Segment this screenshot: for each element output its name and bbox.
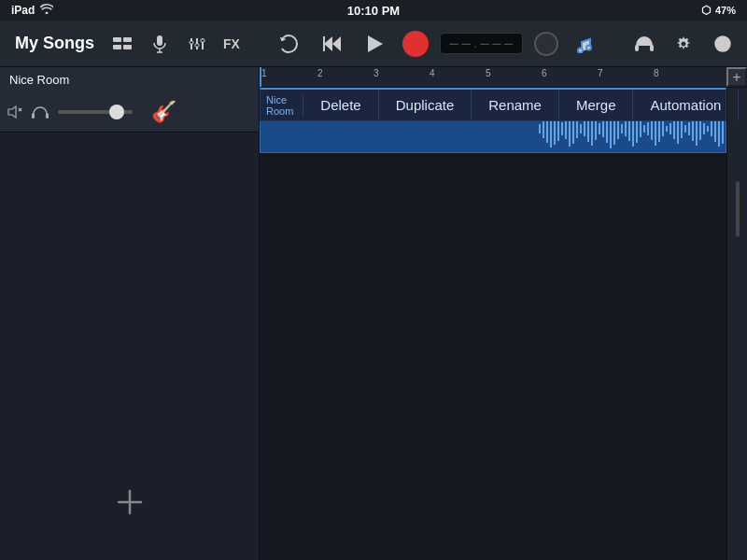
svg-rect-64	[662, 121, 664, 136]
volume-slider-container	[58, 110, 133, 114]
svg-rect-53	[621, 124, 623, 133]
svg-rect-16	[323, 36, 325, 51]
track-row: Nice Room	[0, 67, 259, 133]
scrollbar-handle[interactable]	[736, 181, 740, 237]
svg-text:?: ?	[720, 39, 726, 50]
region-label-in-menu: Nice Room	[261, 94, 303, 117]
wifi-icon	[40, 4, 53, 17]
svg-point-19	[586, 45, 591, 49]
svg-rect-75	[703, 123, 705, 134]
svg-marker-24	[8, 106, 16, 118]
context-menu-automation[interactable]: Automation	[633, 90, 739, 120]
mixer-button[interactable]	[182, 29, 212, 59]
svg-marker-17	[368, 35, 383, 52]
svg-rect-21	[650, 45, 654, 51]
record-indicator	[402, 31, 429, 57]
svg-rect-66	[669, 123, 671, 134]
status-right: ⬡ 47%	[701, 4, 736, 17]
volume-knob[interactable]	[109, 105, 124, 119]
add-track-button[interactable]	[109, 482, 150, 523]
mic-button[interactable]	[145, 29, 175, 59]
context-menu-merge[interactable]: Merge	[559, 90, 634, 120]
svg-rect-67	[673, 119, 675, 139]
toolbar-left: My Songs	[9, 29, 244, 59]
svg-rect-70	[684, 125, 686, 133]
ruler: 1 2 3 4 5 6 7	[260, 67, 747, 88]
lcd-display: ─ ─ . ─ ─ ─	[440, 33, 524, 54]
svg-rect-69	[681, 119, 683, 138]
svg-marker-15	[332, 36, 341, 51]
svg-rect-52	[617, 119, 619, 139]
svg-rect-47	[599, 123, 600, 134]
sidebar: Nice Room	[0, 67, 260, 560]
svg-rect-28	[46, 113, 49, 119]
svg-rect-42	[580, 124, 582, 133]
svg-rect-41	[576, 119, 578, 138]
toolbar: My Songs	[0, 21, 747, 67]
svg-rect-10	[190, 41, 193, 44]
headphones-button[interactable]	[629, 29, 659, 59]
svg-rect-1	[123, 37, 132, 42]
my-songs-button[interactable]: My Songs	[9, 30, 100, 57]
track-name: Nice Room	[9, 73, 69, 87]
sidebar-empty	[0, 133, 259, 560]
context-menu-delete[interactable]: Delete	[303, 90, 378, 120]
track-view-button[interactable]	[107, 29, 137, 59]
svg-rect-43	[584, 121, 585, 136]
volume-slider[interactable]	[58, 110, 133, 114]
main-area: Nice Room	[0, 67, 747, 560]
tempo-button[interactable]	[570, 29, 599, 59]
master-knob[interactable]	[534, 32, 558, 56]
ruler-inner: 1 2 3 4 5 6 7	[260, 67, 747, 87]
settings-button[interactable]	[669, 29, 698, 59]
svg-rect-76	[707, 126, 709, 132]
status-time: 10:10 PM	[347, 4, 400, 18]
svg-rect-77	[711, 121, 712, 136]
svg-rect-4	[157, 35, 162, 46]
fx-label: FX	[223, 36, 240, 51]
context-menu-show-in-grid[interactable]: Show in Grid	[739, 90, 747, 120]
bluetooth-icon: ⬡	[701, 4, 711, 17]
svg-rect-2	[113, 45, 121, 49]
instrument-icon: 🎸	[151, 100, 176, 124]
record-button[interactable]	[402, 31, 429, 57]
vertical-scrollbar[interactable]	[726, 88, 747, 560]
undo-button[interactable]	[274, 28, 305, 60]
svg-rect-20	[635, 45, 639, 51]
svg-rect-60	[647, 122, 649, 135]
play-button[interactable]	[359, 28, 391, 60]
svg-rect-38	[565, 119, 567, 139]
svg-point-18	[578, 48, 583, 52]
context-menu: Nice Room Delete Duplicate Rename Merge …	[260, 88, 726, 121]
svg-rect-11	[195, 44, 199, 47]
toolbar-right: ?	[629, 29, 738, 59]
svg-rect-48	[602, 120, 604, 137]
fx-button[interactable]: FX	[219, 29, 244, 59]
toolbar-center: ─ ─ . ─ ─ ─	[249, 28, 624, 60]
context-menu-duplicate[interactable]: Duplicate	[379, 90, 472, 120]
add-region-button[interactable]: +	[726, 67, 747, 87]
svg-marker-14	[324, 36, 332, 51]
status-bar: iPad 10:10 PM ⬡ 47%	[0, 0, 747, 21]
playhead-marker	[260, 67, 261, 87]
svg-rect-54	[625, 121, 627, 136]
track-area[interactable]: Nice Room Delete Duplicate Rename Merge …	[260, 88, 747, 560]
mute-button[interactable]	[7, 105, 22, 119]
solo-button[interactable]	[32, 105, 49, 119]
svg-rect-59	[643, 125, 645, 133]
svg-rect-27	[32, 113, 35, 119]
ruler-ticks	[260, 80, 726, 86]
svg-rect-12	[201, 39, 204, 42]
arrange-area: 1 2 3 4 5 6 7	[260, 67, 747, 560]
context-menu-rename[interactable]: Rename	[472, 90, 559, 120]
status-left: iPad	[11, 4, 53, 17]
svg-rect-65	[666, 126, 668, 132]
svg-rect-37	[561, 122, 563, 135]
svg-rect-71	[688, 122, 690, 135]
track-controls: 🎸	[7, 100, 176, 124]
svg-rect-0	[113, 37, 121, 42]
rewind-button[interactable]	[317, 28, 348, 60]
help-button[interactable]: ?	[708, 29, 738, 59]
svg-rect-31	[539, 124, 541, 133]
svg-rect-58	[640, 120, 641, 137]
